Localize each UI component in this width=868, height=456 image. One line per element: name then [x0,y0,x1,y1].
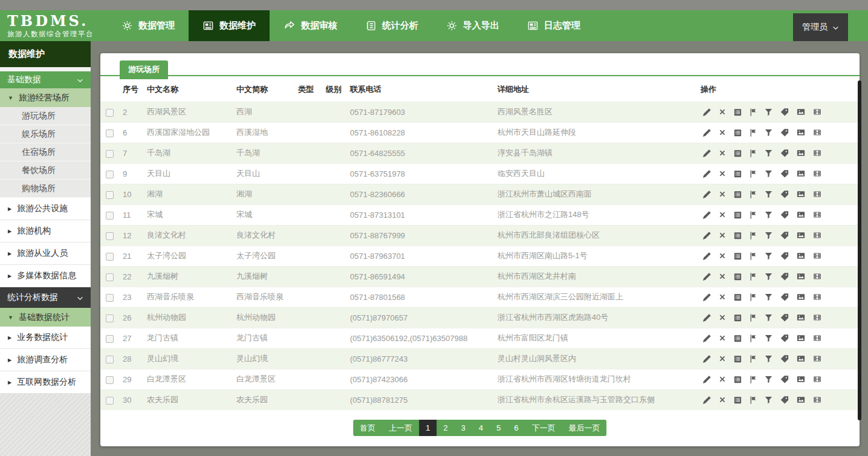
edit-icon[interactable] [702,231,711,240]
video-icon[interactable] [812,354,822,363]
image-icon[interactable] [796,293,806,301]
delete-icon[interactable] [718,210,727,219]
video-icon[interactable] [812,252,822,260]
sidebar-item-dining-places[interactable]: 餐饮场所 [0,161,91,180]
edit-icon[interactable] [702,354,711,363]
nav-item-data-audit[interactable]: 数据审核 [270,10,351,41]
delete-icon[interactable] [718,293,727,301]
sidebar-item-entertainment-places[interactable]: 娱乐场所 [0,125,91,143]
row-checkbox[interactable] [106,335,114,343]
row-checkbox[interactable] [106,109,114,117]
edit-icon[interactable] [702,293,711,302]
edit-icon[interactable] [702,334,711,343]
delete-icon[interactable] [718,169,727,178]
edit-icon[interactable] [702,272,711,281]
video-icon[interactable] [812,169,822,178]
detail-icon[interactable] [733,334,742,343]
flag-icon[interactable] [749,231,757,240]
video-icon[interactable] [812,272,822,281]
detail-icon[interactable] [733,313,742,322]
filter-icon[interactable] [764,210,773,220]
flag-icon[interactable] [749,190,757,199]
flag-icon[interactable] [749,396,757,405]
sidebar-item-tourism-practitioners[interactable]: ▶ 旅游从业人员 [0,243,91,265]
flag-icon[interactable] [749,272,757,281]
tag-icon[interactable] [780,354,789,363]
sidebar-item-play-places[interactable]: 游玩场所 [0,107,91,125]
image-icon[interactable] [796,334,806,342]
flag-icon[interactable] [749,313,757,322]
filter-icon[interactable] [764,231,773,240]
filter-icon[interactable] [764,252,773,261]
filter-icon[interactable] [764,313,773,322]
filter-icon[interactable] [764,169,773,178]
detail-icon[interactable] [733,375,742,384]
sidebar-item-tourism-business-places[interactable]: ▼ 旅游经营场所 [0,88,91,107]
delete-icon[interactable] [718,108,727,116]
edit-icon[interactable] [702,210,711,220]
row-checkbox[interactable] [106,191,114,199]
detail-icon[interactable] [733,293,742,302]
image-icon[interactable] [796,149,806,157]
sidebar-item-accommodation-places[interactable]: 住宿场所 [0,143,91,161]
row-checkbox[interactable] [106,150,114,158]
flag-icon[interactable] [749,252,757,261]
flag-icon[interactable] [749,293,757,302]
flag-icon[interactable] [749,354,757,363]
delete-icon[interactable] [718,272,727,281]
page-button[interactable]: 最后一页 [562,420,607,436]
delete-icon[interactable] [718,354,727,363]
delete-icon[interactable] [718,128,727,137]
detail-icon[interactable] [733,354,742,363]
video-icon[interactable] [812,375,822,383]
detail-icon[interactable] [733,252,742,261]
video-icon[interactable] [812,190,822,198]
row-checkbox[interactable] [106,356,114,363]
row-checkbox[interactable] [106,376,114,384]
sidebar-item-shopping-places[interactable]: 购物场所 [0,180,91,198]
tag-icon[interactable] [780,375,789,384]
tag-icon[interactable] [780,334,789,343]
flag-icon[interactable] [749,128,757,137]
delete-icon[interactable] [718,396,727,404]
sidebar-item-basic-data-statistics[interactable]: ▼ 基础数据统计 [0,308,91,327]
image-icon[interactable] [796,108,806,116]
tag-icon[interactable] [780,108,789,117]
detail-icon[interactable] [733,272,742,281]
tag-icon[interactable] [780,149,789,158]
sidebar-group-statistics-data[interactable]: 统计分析数据 [0,287,91,308]
image-icon[interactable] [796,210,806,219]
delete-icon[interactable] [718,375,727,383]
tag-icon[interactable] [780,169,789,178]
delete-icon[interactable] [718,313,727,322]
flag-icon[interactable] [749,210,757,220]
video-icon[interactable] [812,231,822,239]
tag-icon[interactable] [780,396,789,405]
tag-icon[interactable] [780,252,789,261]
page-button[interactable]: 4 [472,420,490,436]
sidebar-item-business-data-statistics[interactable]: ▶ 业务数据统计 [0,327,91,349]
detail-icon[interactable] [733,149,742,158]
sidebar-item-tourism-agencies[interactable]: ▶ 旅游机构 [0,220,91,243]
page-button[interactable]: 下一页 [525,420,562,436]
image-icon[interactable] [796,231,806,239]
detail-icon[interactable] [733,231,742,240]
row-checkbox[interactable] [106,294,114,302]
page-button[interactable]: 6 [507,420,525,436]
video-icon[interactable] [812,293,822,301]
detail-icon[interactable] [733,210,742,220]
filter-icon[interactable] [764,354,773,363]
flag-icon[interactable] [749,334,757,343]
nav-item-log-management[interactable]: 日志管理 [513,10,594,41]
delete-icon[interactable] [718,231,727,239]
page-button[interactable]: 首页 [353,420,382,436]
tag-icon[interactable] [780,313,789,322]
page-button[interactable]: 5 [490,420,507,436]
flag-icon[interactable] [749,108,757,117]
row-checkbox[interactable] [106,232,114,240]
sidebar-group-basic-data[interactable]: 基础数据 [0,71,91,88]
tag-icon[interactable] [780,293,789,302]
video-icon[interactable] [812,108,822,116]
tag-icon[interactable] [780,128,789,137]
tag-icon[interactable] [780,210,789,220]
